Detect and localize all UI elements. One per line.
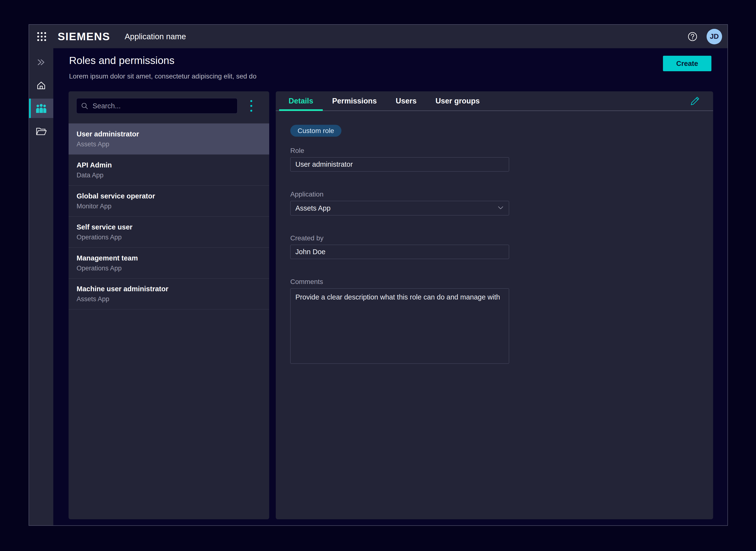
role-field-label: Role	[290, 147, 509, 154]
application-select-value: Assets App	[295, 204, 330, 212]
role-field-group: Role	[290, 147, 509, 171]
application-field-label: Application	[290, 190, 509, 198]
role-list-item[interactable]: API Admin Data App	[69, 154, 269, 185]
role-app: Operations App	[77, 264, 261, 272]
role-app: Assets App	[77, 296, 261, 303]
role-input[interactable]	[290, 157, 509, 171]
role-details-card: DetailsPermissionsUsersUser groups Custo…	[276, 91, 713, 519]
role-app: Operations App	[77, 233, 261, 241]
role-app: Monitor App	[77, 202, 261, 210]
sidebar	[29, 48, 53, 525]
create-button[interactable]: Create	[663, 56, 711, 71]
role-name: User administrator	[77, 130, 261, 138]
search-icon	[81, 102, 88, 109]
help-button[interactable]	[687, 31, 698, 42]
search-box[interactable]	[76, 98, 237, 114]
help-icon	[687, 31, 698, 42]
role-name: Global service operator	[77, 192, 261, 200]
avatar[interactable]: JD	[707, 29, 722, 44]
role-app: Data App	[77, 171, 261, 179]
topbar-actions: JD	[687, 29, 722, 44]
page-header-text: Roles and permissions Lorem ipsum dolor …	[69, 55, 256, 80]
topbar: SIEMENS Application name JD	[29, 25, 727, 48]
folder-icon	[36, 126, 47, 136]
home-icon	[36, 80, 47, 91]
users-icon	[35, 103, 47, 113]
role-list: User administrator Assets App API Admin …	[69, 123, 269, 310]
sidebar-item-roles[interactable]	[29, 99, 53, 118]
chevrons-right-icon	[37, 58, 46, 66]
grid-icon	[37, 32, 47, 41]
role-list-item[interactable]: Machine user administrator Assets App	[69, 279, 269, 310]
comments-textarea[interactable]: Provide a clear description what this ro…	[290, 289, 509, 364]
search-row	[69, 91, 269, 114]
chevron-down-icon	[498, 206, 504, 210]
tabs: DetailsPermissionsUsersUser groups	[279, 91, 489, 110]
role-name: Self service user	[77, 223, 261, 231]
role-list-item[interactable]: Self service user Operations App	[69, 216, 269, 247]
role-name: API Admin	[77, 161, 261, 169]
application-select[interactable]: Assets App	[290, 201, 509, 215]
page-header: Roles and permissions Lorem ipsum dolor …	[69, 55, 711, 80]
siemens-logo: SIEMENS	[58, 30, 110, 43]
sidebar-item-files[interactable]	[29, 122, 53, 141]
tabs-row: DetailsPermissionsUsersUser groups	[276, 91, 713, 111]
application-field-group: Application Assets App	[290, 190, 509, 215]
tab-users[interactable]: Users	[386, 91, 426, 110]
edit-button[interactable]	[689, 95, 701, 107]
role-name: Machine user administrator	[77, 285, 261, 293]
sidebar-expand-button[interactable]	[29, 53, 53, 72]
comments-field-group: Comments Provide a clear description wha…	[290, 278, 509, 365]
search-input[interactable]	[92, 102, 233, 110]
role-name: Management team	[77, 254, 261, 262]
page-title: Roles and permissions	[69, 55, 256, 66]
created-by-field-group: Created by	[290, 234, 509, 259]
role-list-item[interactable]: Global service operator Monitor App	[69, 185, 269, 216]
created-by-field-label: Created by	[290, 234, 509, 242]
app-window: SIEMENS Application name JD	[29, 24, 728, 526]
kebab-menu-icon	[250, 99, 252, 113]
tab-user-groups[interactable]: User groups	[426, 91, 489, 110]
details-form: Custom role Role Application Assets App …	[276, 111, 713, 365]
pencil-icon	[690, 95, 701, 106]
created-by-input[interactable]	[290, 245, 509, 259]
page-subtitle: Lorem ipsum dolor sit amet, consectetur …	[69, 72, 256, 80]
app-launcher-button[interactable]	[36, 31, 47, 42]
custom-role-badge: Custom role	[290, 125, 341, 137]
role-list-item[interactable]: Management team Operations App	[69, 247, 269, 279]
list-menu-button[interactable]	[246, 99, 256, 113]
role-list-card: User administrator Assets App API Admin …	[69, 91, 269, 519]
comments-field-label: Comments	[290, 278, 509, 286]
tab-details[interactable]: Details	[279, 91, 323, 110]
avatar-initials: JD	[710, 32, 719, 40]
application-name: Application name	[125, 32, 186, 41]
tab-permissions[interactable]: Permissions	[323, 91, 386, 110]
sidebar-item-home[interactable]	[29, 76, 53, 95]
role-list-item[interactable]: User administrator Assets App	[69, 123, 269, 154]
role-app: Assets App	[77, 140, 261, 148]
